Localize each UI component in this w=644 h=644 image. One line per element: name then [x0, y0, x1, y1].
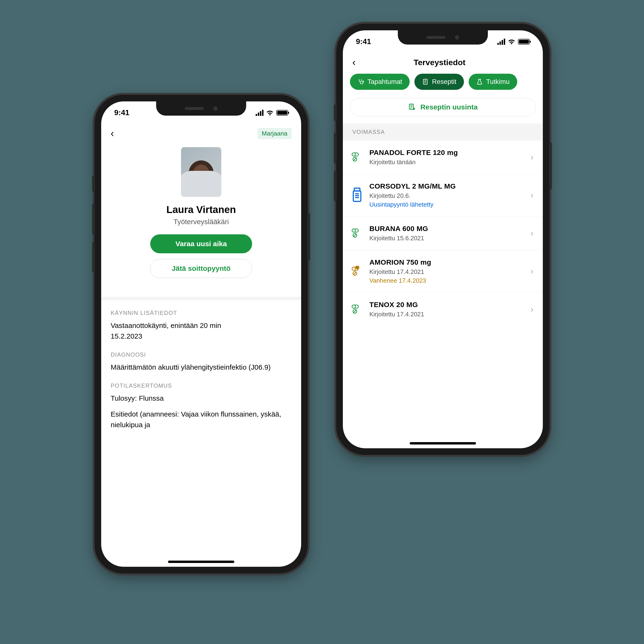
record-text: Tulosyy: Flunssa Esitiedot (anamneesi: V…	[111, 393, 292, 430]
doctor-name: Laura Virtanen	[111, 204, 292, 215]
status-time: 9:41	[356, 37, 371, 46]
chevron-right-icon: ›	[531, 228, 533, 238]
page-title: Terveystiedot	[356, 58, 523, 67]
prescription-item[interactable]: CORSODYL 2 MG/ML MGKirjoitettu 20.6.Uusi…	[343, 174, 543, 217]
diagnosis-label: DIAGNOOSI	[111, 351, 292, 358]
prescription-icon	[351, 228, 363, 239]
wifi-icon	[508, 39, 515, 45]
diagnosis-text: Määrittämätön akuutti ylähengitystieinfe…	[111, 362, 292, 372]
chip-research[interactable]: Tutkimu	[469, 74, 517, 90]
volume-down	[334, 171, 337, 201]
volume-down	[92, 242, 95, 272]
prescription-icon	[351, 152, 363, 163]
visit-info-text: Vastaanottokäynti, enintään 20 min 15.2.…	[111, 320, 292, 341]
status-icons	[497, 39, 530, 45]
prescription-status: Vanhenee 17.4.2023	[369, 277, 524, 284]
svg-line-27	[354, 310, 356, 313]
back-button[interactable]: ‹	[352, 57, 356, 68]
prescription-icon	[351, 304, 363, 315]
back-button[interactable]: ‹	[111, 128, 114, 139]
mute-switch	[334, 104, 337, 121]
prescription-date: Kirjoitettu 17.4.2021	[369, 311, 524, 318]
prescription-name: AMORION 750 mg	[369, 258, 524, 266]
prescription-icon	[351, 187, 363, 203]
section-divider	[101, 297, 301, 300]
chip-events[interactable]: Tapahtumat	[350, 74, 410, 90]
doctor-avatar	[181, 147, 221, 197]
chevron-right-icon: ›	[531, 190, 533, 200]
prescription-date: Kirjoitettu 15.6.2021	[369, 235, 524, 242]
renew-prescription-button[interactable]: Reseptin uusinta	[350, 98, 536, 116]
svg-line-8	[354, 158, 356, 161]
prescription-item[interactable]: TENOX 20 MGKirjoitettu 17.4.2021›	[343, 293, 543, 326]
profile-section: Laura Virtanen Työterveyslääkäri Varaa u…	[101, 147, 301, 287]
prescription-item[interactable]: !AMORION 750 mgKirjoitettu 17.4.2021Vanh…	[343, 250, 543, 293]
renew-icon	[408, 103, 416, 111]
chevron-right-icon: ›	[531, 152, 533, 162]
prescription-name: CORSODYL 2 MG/ML MG	[369, 182, 524, 190]
battery-icon	[276, 110, 288, 116]
prescription-date: Kirjoitettu 20.6.	[369, 192, 524, 200]
chevron-right-icon: ›	[531, 266, 533, 276]
nav-bar: ‹ Terveystiedot	[343, 53, 543, 74]
svg-line-17	[354, 234, 356, 237]
wifi-icon	[266, 110, 273, 116]
chevron-right-icon: ›	[531, 304, 533, 314]
prescription-icon: !	[351, 266, 363, 277]
book-appointment-button[interactable]: Varaa uusi aika	[150, 234, 252, 253]
visit-info-label: KÄYNNIN LISÄTIEDOT	[111, 310, 292, 316]
power-button	[307, 213, 310, 261]
home-indicator[interactable]	[168, 561, 234, 563]
callback-request-button[interactable]: Jätä soittopyyntö	[150, 259, 252, 278]
svg-text:!: !	[357, 266, 358, 269]
record-label: POTILASKERTOMUS	[111, 382, 292, 389]
phone-right: 9:41 ‹ Terveystiedot Tapahtumat Reseptit	[336, 24, 549, 455]
prescription-name: PANADOL FORTE 120 mg	[369, 149, 524, 157]
prescription-item[interactable]: BURANA 600 MGKirjoitettu 15.6.2021›	[343, 217, 543, 250]
screen-left: 9:41 ‹ Marjaana Laura Virtanen Työtervey…	[101, 101, 301, 567]
screen-right: 9:41 ‹ Terveystiedot Tapahtumat Reseptit	[343, 30, 543, 448]
nav-bar: ‹ Marjaana	[101, 124, 301, 145]
filter-chips: Tapahtumat Reseptit Tutkimu	[343, 74, 543, 98]
prescription-list: PANADOL FORTE 120 mgKirjoitettu tänään›C…	[343, 141, 543, 326]
power-button	[549, 142, 552, 190]
mute-switch	[92, 175, 95, 192]
doctor-title: Työterveyslääkäri	[111, 218, 292, 226]
group-header-active: VOIMASSA	[343, 123, 543, 141]
chip-prescriptions[interactable]: Reseptit	[414, 74, 464, 90]
svg-line-21	[354, 272, 356, 275]
home-indicator[interactable]	[410, 442, 476, 444]
lab-icon	[476, 78, 483, 85]
prescription-date: Kirjoitettu 17.4.2021	[369, 268, 524, 276]
status-time: 9:41	[114, 108, 129, 117]
prescription-name: TENOX 20 MG	[369, 301, 524, 309]
status-icons	[256, 110, 288, 116]
prescription-date: Kirjoitettu tänään	[369, 159, 524, 166]
document-icon	[422, 78, 429, 85]
prescription-status: Uusintapyyntö lähetetty	[369, 201, 524, 208]
phone-left: 9:41 ‹ Marjaana Laura Virtanen Työtervey…	[95, 95, 308, 573]
visit-details: KÄYNNIN LISÄTIEDOT Vastaanottokäynti, en…	[101, 300, 301, 440]
volume-up	[92, 204, 95, 235]
notch	[398, 30, 488, 45]
volume-up	[334, 133, 337, 163]
signal-icon	[256, 110, 263, 116]
stethoscope-icon	[358, 78, 364, 85]
notch	[156, 101, 246, 116]
signal-icon	[497, 39, 505, 45]
prescription-name: BURANA 600 MG	[369, 225, 524, 233]
battery-icon	[518, 39, 530, 45]
prescription-item[interactable]: PANADOL FORTE 120 mgKirjoitettu tänään›	[343, 141, 543, 174]
user-badge[interactable]: Marjaana	[258, 128, 292, 139]
